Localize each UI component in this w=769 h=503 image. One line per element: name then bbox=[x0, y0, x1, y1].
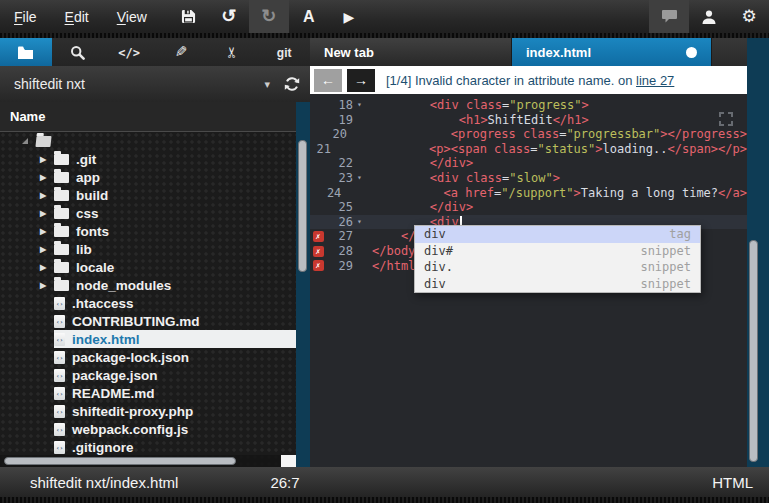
tree-item-lib[interactable]: ▶lib bbox=[0, 240, 296, 258]
menu-file[interactable]: File bbox=[0, 0, 51, 33]
folder-icon bbox=[54, 208, 69, 219]
tree-item--htaccess[interactable]: ‹›.htaccess bbox=[0, 294, 296, 312]
code-line-22[interactable]: 22 </div> bbox=[310, 156, 747, 171]
sidebar-tab-code[interactable]: </> bbox=[103, 38, 155, 66]
chevron-down-icon[interactable]: ▾ bbox=[264, 78, 270, 91]
tree-item-index-html[interactable]: ‹›index.html bbox=[0, 330, 296, 348]
code-icon: </> bbox=[118, 45, 140, 60]
fold-caret-icon[interactable]: ▾ bbox=[353, 171, 366, 186]
expander-arrow-icon[interactable]: ▶ bbox=[40, 227, 54, 236]
unsaved-indicator-dot[interactable] bbox=[686, 47, 697, 58]
autocomplete-label: div bbox=[424, 277, 446, 291]
fullscreen-icon[interactable] bbox=[719, 112, 733, 126]
autocomplete-label: div bbox=[424, 227, 446, 241]
tree-header-label: Name bbox=[10, 109, 45, 124]
code-line-21[interactable]: 21 <p><span class="status">loading..</sp… bbox=[310, 142, 747, 157]
editor-tab-new-tab[interactable]: New tab bbox=[310, 38, 512, 66]
tree-item-label: shiftedit-proxy.php bbox=[72, 404, 193, 419]
scrollbar-corner bbox=[281, 455, 296, 467]
tree-item-label: node_modules bbox=[76, 278, 171, 293]
tree-item-label: fonts bbox=[76, 224, 109, 239]
code-editor[interactable]: 18▾ <div class="progress">19 <h1>ShiftEd… bbox=[310, 94, 747, 467]
tree-item-package-json[interactable]: ‹›package.json bbox=[0, 366, 296, 384]
prev-error-button[interactable]: ← bbox=[314, 69, 342, 92]
redo-button[interactable]: ↻ bbox=[249, 0, 289, 33]
tab-bar-empty-space bbox=[712, 38, 747, 66]
error-annotation-icon[interactable]: ✗ bbox=[310, 260, 326, 271]
tree-item-fonts[interactable]: ▶fonts bbox=[0, 222, 296, 240]
expander-arrow-icon[interactable]: ▶ bbox=[40, 155, 54, 164]
error-annotation-icon[interactable]: ✗ bbox=[310, 246, 326, 257]
menu-edit[interactable]: Edit bbox=[51, 0, 103, 33]
tree-item--git[interactable]: ▶.git bbox=[0, 150, 296, 168]
tree-item-shiftedit-proxy-php[interactable]: ‹›shiftedit-proxy.php bbox=[0, 402, 296, 420]
line-number: 23 bbox=[326, 171, 353, 186]
search-icon bbox=[70, 45, 85, 60]
user-button[interactable] bbox=[689, 0, 729, 33]
code-line-23[interactable]: 23▾ <div class="slow"> bbox=[310, 171, 747, 186]
tree-item--gitignore[interactable]: ‹›.gitignore bbox=[0, 438, 296, 456]
expander-arrow-icon[interactable]: ▶ bbox=[40, 281, 54, 290]
autocomplete-item-3[interactable]: divsnippet bbox=[415, 276, 700, 293]
expander-arrow-icon[interactable]: ▶ bbox=[40, 263, 54, 272]
error-line-link[interactable]: line 27 bbox=[636, 73, 674, 88]
tree-item-css[interactable]: ▶css bbox=[0, 204, 296, 222]
code-line-24[interactable]: 24 <a href="/support">Taking a long time… bbox=[310, 186, 747, 201]
autocomplete-item-2[interactable]: div.snippet bbox=[415, 259, 700, 276]
tree-item-node-modules[interactable]: ▶node_modules bbox=[0, 276, 296, 294]
refresh-icon[interactable] bbox=[284, 76, 300, 92]
sidebar-tab-search[interactable] bbox=[52, 38, 104, 66]
autocomplete-item-0[interactable]: divtag bbox=[415, 226, 700, 243]
sidebar-tab-edit[interactable]: ✎ bbox=[155, 38, 207, 66]
fold-caret-icon[interactable]: ▾ bbox=[353, 215, 366, 230]
tree-item-webpack-config-js[interactable]: ‹›webpack.config.js bbox=[0, 420, 296, 438]
sidebar-tab-git[interactable]: git bbox=[258, 38, 310, 66]
tree-item-build[interactable]: ▶build bbox=[0, 186, 296, 204]
undo-button[interactable]: ↺ bbox=[209, 0, 249, 33]
chat-button[interactable] bbox=[649, 0, 689, 33]
tree-item-app[interactable]: ▶app bbox=[0, 168, 296, 186]
tree-horizontal-scrollbar[interactable] bbox=[0, 455, 296, 467]
autocomplete-item-1[interactable]: div#snippet bbox=[415, 243, 700, 260]
tree-root-folder[interactable] bbox=[0, 132, 296, 150]
code-line-25[interactable]: 25 </div> bbox=[310, 200, 747, 215]
expander-arrow-icon[interactable]: ▶ bbox=[40, 245, 54, 254]
line-number: 19 bbox=[326, 113, 353, 128]
statusbar-language-mode[interactable]: HTML bbox=[712, 474, 753, 491]
editor-tab-index-html[interactable]: index.html bbox=[512, 38, 712, 66]
expander-arrow-icon[interactable]: ▶ bbox=[40, 191, 54, 200]
tree-item-content: ▶lib bbox=[40, 240, 100, 258]
site-selector-row[interactable]: shiftedit nxt ▾ bbox=[0, 66, 310, 102]
tree-vscroll-thumb[interactable] bbox=[298, 140, 307, 272]
code-line-20[interactable]: 20 <progress class="progressbar"></progr… bbox=[310, 127, 747, 142]
tree-open-caret-icon[interactable] bbox=[22, 138, 28, 144]
file-tree: ▶.git▶app▶build▶css▶fonts▶lib▶locale▶nod… bbox=[0, 132, 296, 467]
line-number: 26 bbox=[326, 215, 353, 230]
menu-view[interactable]: View bbox=[103, 0, 161, 33]
sidebar-tab-files[interactable] bbox=[0, 38, 52, 66]
tree-item-README-md[interactable]: ‹›README.md bbox=[0, 384, 296, 402]
fold-caret-icon[interactable]: ▾ bbox=[353, 98, 366, 113]
chat-icon bbox=[661, 9, 678, 24]
site-name: shiftedit nxt bbox=[14, 76, 85, 92]
editor-scroll-strip[interactable] bbox=[747, 66, 769, 467]
tree-item-locale[interactable]: ▶locale bbox=[0, 258, 296, 276]
run-button[interactable]: ▶ bbox=[329, 0, 369, 33]
code-text: <div class="progress"> bbox=[366, 98, 589, 113]
expander-arrow-icon[interactable]: ▶ bbox=[40, 209, 54, 218]
font-button[interactable]: A bbox=[289, 0, 329, 33]
tree-item-CONTRIBUTING-md[interactable]: ‹›CONTRIBUTING.md bbox=[0, 312, 296, 330]
error-annotation-icon[interactable]: ✗ bbox=[310, 231, 326, 242]
sidebar-tab-cut[interactable]: ✂ bbox=[207, 38, 259, 66]
tree-item-package-lock-json[interactable]: ‹›package-lock.json bbox=[0, 348, 296, 366]
code-line-19[interactable]: 19 <h1>ShiftEdit</h1> bbox=[310, 113, 747, 128]
code-line-18[interactable]: 18▾ <div class="progress"> bbox=[310, 98, 747, 113]
gear-button[interactable]: ⚙ bbox=[729, 0, 769, 33]
save-button[interactable] bbox=[169, 0, 209, 33]
tree-hscroll-thumb[interactable] bbox=[4, 457, 236, 465]
tree-item-label: app bbox=[76, 170, 100, 185]
editor-vscroll-thumb[interactable] bbox=[749, 240, 758, 462]
tree-vertical-scrollbar[interactable] bbox=[296, 102, 310, 467]
expander-arrow-icon[interactable]: ▶ bbox=[40, 173, 54, 182]
next-error-button[interactable]: → bbox=[347, 69, 375, 92]
